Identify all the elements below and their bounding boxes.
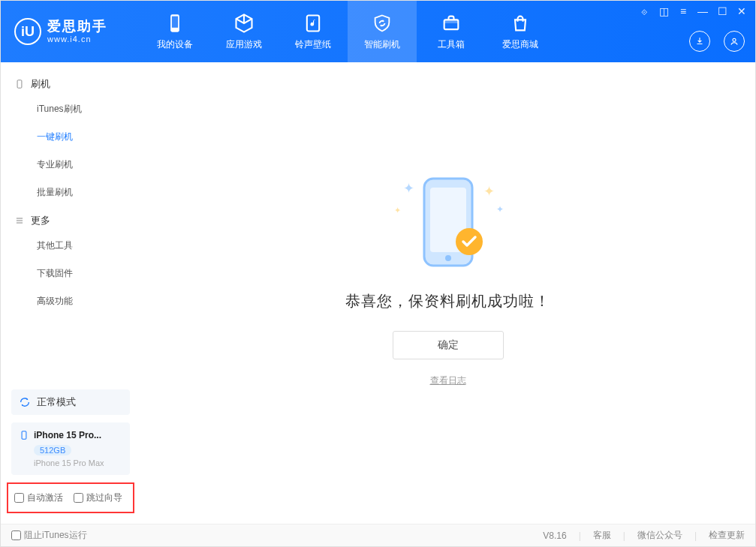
device-mode[interactable]: 正常模式 <box>11 389 130 415</box>
svg-rect-7 <box>22 431 26 440</box>
ok-button[interactable]: 确定 <box>393 331 504 359</box>
account-button[interactable] <box>724 31 745 52</box>
checkbox-auto-activate[interactable]: 自动激活 <box>14 491 63 504</box>
checkbox-block-itunes[interactable]: 阻止iTunes运行 <box>11 529 87 542</box>
svg-rect-4 <box>444 20 459 23</box>
view-log-link[interactable]: 查看日志 <box>430 374 466 387</box>
sidebar-item-download-firmware[interactable]: 下载固件 <box>1 260 140 287</box>
success-illustration: ✦ ✦ ✦ ✦ <box>381 170 516 275</box>
nav-ringtones[interactable]: 铃声壁纸 <box>279 1 348 62</box>
nav-label: 铃声壁纸 <box>295 38 331 51</box>
nav-label: 爱思商城 <box>502 38 538 51</box>
checkbox-label: 自动激活 <box>27 491 63 504</box>
nav-apps-games[interactable]: 应用游戏 <box>209 1 279 62</box>
footer-bar: 阻止iTunes运行 V8.16 | 客服 | 微信公众号 | 检查更新 <box>1 524 755 546</box>
checkbox-label: 阻止iTunes运行 <box>24 529 87 542</box>
sidebar-item-pro-flash[interactable]: 专业刷机 <box>1 151 140 179</box>
nav-label: 智能刷机 <box>364 38 400 51</box>
nav-label: 应用游戏 <box>226 38 262 51</box>
phone-icon <box>164 13 185 34</box>
sidebar-group-more[interactable]: 更多 <box>1 206 140 232</box>
briefcase-icon <box>441 13 462 34</box>
group-label: 刷机 <box>31 77 50 91</box>
main-content: ✦ ✦ ✦ ✦ 恭喜您，保资料刷机成功啦！ 确定 查看日志 <box>140 62 755 524</box>
maximize-icon[interactable]: ☐ <box>716 5 728 17</box>
user-icon <box>729 36 739 47</box>
bag-icon <box>510 13 531 34</box>
checkbox-skip-wizard[interactable]: 跳过向导 <box>74 491 122 504</box>
svg-point-5 <box>733 38 736 41</box>
device-model: iPhone 15 Pro Max <box>34 458 122 467</box>
phone-small-icon <box>19 430 29 440</box>
menu-icon[interactable]: ≡ <box>677 5 689 17</box>
separator: | <box>623 530 625 541</box>
sidebar-item-onekey-flash[interactable]: 一键刷机 <box>1 123 140 151</box>
group-label: 更多 <box>31 214 50 227</box>
refresh-icon <box>19 396 31 408</box>
pin-icon[interactable]: ◫ <box>658 5 670 17</box>
support-link[interactable]: 客服 <box>593 529 611 542</box>
window-controls: ⟐ ◫ ≡ — ☐ ✕ <box>638 5 748 17</box>
close-icon[interactable]: ✕ <box>736 5 748 17</box>
sparkle-icon: ✦ <box>483 183 495 200</box>
sidebar-item-advanced[interactable]: 高级功能 <box>1 287 140 315</box>
sidebar-item-itunes-flash[interactable]: iTunes刷机 <box>1 95 140 123</box>
skin-icon[interactable]: ⟐ <box>638 5 650 17</box>
logo-icon: iU <box>14 18 41 45</box>
logo-area: iU 爱思助手 www.i4.cn <box>1 1 140 62</box>
separator: | <box>694 530 697 541</box>
minimize-icon[interactable]: — <box>697 5 709 17</box>
device-name-row: iPhone 15 Pro... <box>19 430 122 440</box>
sparkle-icon: ✦ <box>394 206 401 215</box>
device-card[interactable]: iPhone 15 Pro... 512GB iPhone 15 Pro Max <box>11 422 130 475</box>
auto-activate-input[interactable] <box>14 493 24 503</box>
logo-text: 爱思助手 www.i4.cn <box>47 20 107 44</box>
svg-point-10 <box>445 255 451 261</box>
wechat-link[interactable]: 微信公众号 <box>637 529 682 542</box>
check-update-link[interactable]: 检查更新 <box>709 529 745 542</box>
header-actions <box>689 31 745 52</box>
download-button[interactable] <box>689 31 710 52</box>
skip-wizard-input[interactable] <box>74 493 83 503</box>
separator: | <box>579 530 581 541</box>
block-itunes-input[interactable] <box>11 530 21 540</box>
flash-options-highlight: 自动激活 跳过向导 <box>7 482 134 513</box>
nav-smart-flash[interactable]: 智能刷机 <box>348 1 417 62</box>
refresh-shield-icon <box>372 13 393 34</box>
svg-rect-1 <box>172 16 178 27</box>
device-name: iPhone 15 Pro... <box>34 430 101 440</box>
app-name: 爱思助手 <box>47 20 107 35</box>
mode-label: 正常模式 <box>37 395 76 409</box>
sparkle-icon: ✦ <box>403 180 414 197</box>
music-icon <box>303 13 324 34</box>
sidebar: 刷机 iTunes刷机 一键刷机 专业刷机 批量刷机 更多 其他工具 下载固件 … <box>1 62 140 524</box>
menu-lines-icon <box>14 215 25 226</box>
sidebar-item-batch-flash[interactable]: 批量刷机 <box>1 179 140 206</box>
sidebar-group-flash[interactable]: 刷机 <box>1 70 140 95</box>
nav-label: 我的设备 <box>157 38 193 51</box>
device-capacity: 512GB <box>34 445 71 455</box>
nav-label: 工具箱 <box>438 38 465 51</box>
phone-outline-icon <box>14 79 25 89</box>
app-header: iU 爱思助手 www.i4.cn 我的设备 应用游戏 铃声壁纸 智能刷机 工具… <box>1 1 755 62</box>
version-label: V8.16 <box>543 530 566 541</box>
cube-icon <box>233 13 255 34</box>
nav-my-device[interactable]: 我的设备 <box>140 1 209 62</box>
app-url: www.i4.cn <box>47 35 107 44</box>
nav-store[interactable]: 爱思商城 <box>486 1 555 62</box>
checkbox-label: 跳过向导 <box>86 491 122 504</box>
sidebar-item-other-tools[interactable]: 其他工具 <box>1 232 140 260</box>
svg-rect-6 <box>17 80 22 89</box>
download-icon <box>694 36 705 47</box>
sparkle-icon: ✦ <box>496 204 504 215</box>
success-message: 恭喜您，保资料刷机成功啦！ <box>345 291 550 311</box>
nav-toolbox[interactable]: 工具箱 <box>417 1 486 62</box>
